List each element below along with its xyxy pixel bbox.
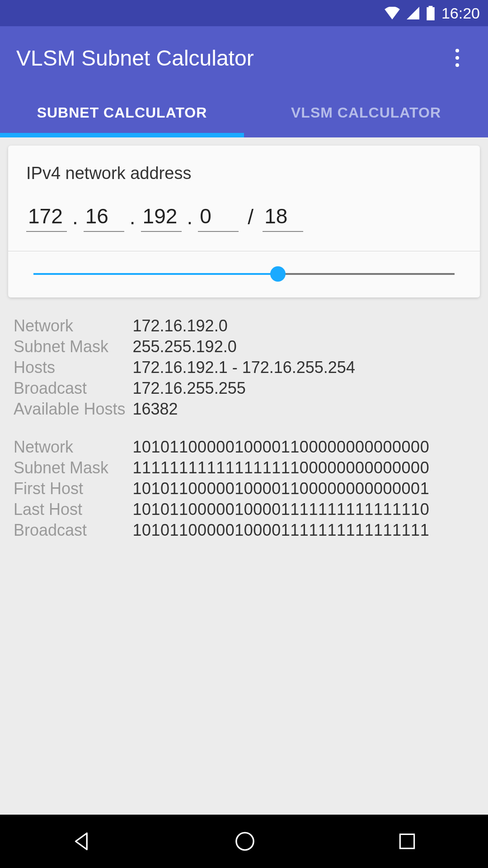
octet-1-input[interactable]: 172 <box>26 203 67 232</box>
overflow-menu-button[interactable] <box>451 44 472 71</box>
row-subnet-mask: Subnet Mask255.255.192.0 <box>10 336 478 357</box>
input-card: IPv4 network address 172 . 16 . 192 . 0 … <box>8 146 480 297</box>
row-hosts: Hosts172.16.192.1 - 172.16.255.254 <box>10 357 478 378</box>
label-bin-broadcast: Broadcast <box>10 520 129 541</box>
row-broadcast: Broadcast172.16.255.255 <box>10 378 478 399</box>
value-bin-subnet-mask: 11111111111111111100000000000000 <box>129 458 478 478</box>
label-network: Network <box>10 316 129 336</box>
dot-separator: . <box>187 205 193 232</box>
value-hosts: 172.16.192.1 - 172.16.255.254 <box>129 357 478 378</box>
android-nav-bar <box>0 815 488 868</box>
svg-rect-3 <box>400 834 414 848</box>
row-bin-last-host: Last Host1010110000010000111111111111111… <box>10 499 478 520</box>
slider-fill <box>33 273 278 275</box>
content-area: IPv4 network address 172 . 16 . 192 . 0 … <box>0 137 488 815</box>
label-hosts: Hosts <box>10 357 129 378</box>
label-bin-last-host: Last Host <box>10 499 129 520</box>
value-subnet-mask: 255.255.192.0 <box>129 336 478 357</box>
value-network: 172.16.192.0 <box>129 316 478 336</box>
row-network: Network172.16.192.0 <box>10 316 478 336</box>
dot-separator: . <box>130 205 136 232</box>
value-bin-network: 10101100000100001100000000000000 <box>129 437 478 458</box>
row-bin-subnet-mask: Subnet Mask11111111111111111100000000000… <box>10 458 478 478</box>
slider-thumb[interactable] <box>270 266 286 282</box>
value-bin-first-host: 10101100000100001100000000000001 <box>129 478 478 499</box>
clock-text: 16:20 <box>441 5 480 22</box>
row-bin-network: Network10101100000100001100000000000000 <box>10 437 478 458</box>
label-available-hosts: Available Hosts <box>10 399 129 420</box>
home-button[interactable] <box>233 829 257 854</box>
battery-icon <box>426 6 435 20</box>
wifi-icon <box>385 7 400 19</box>
tab-vlsm-calculator[interactable]: VLSM CALCULATOR <box>244 92 488 137</box>
value-bin-broadcast: 10101100000100001111111111111111 <box>129 520 478 541</box>
dot-separator: . <box>72 205 78 232</box>
ip-address-label: IPv4 network address <box>26 164 462 183</box>
label-bin-subnet-mask: Subnet Mask <box>10 458 129 478</box>
value-broadcast: 172.16.255.255 <box>129 378 478 399</box>
octet-4-input[interactable]: 0 <box>198 203 239 232</box>
results-panel: Network172.16.192.0 Subnet Mask255.255.1… <box>8 297 480 552</box>
recents-button[interactable] <box>396 830 418 853</box>
label-bin-first-host: First Host <box>10 478 129 499</box>
back-button[interactable] <box>70 829 94 854</box>
value-bin-last-host: 10101100000100001111111111111110 <box>129 499 478 520</box>
prefix-slider[interactable] <box>33 273 455 275</box>
label-bin-network: Network <box>10 437 129 458</box>
tab-subnet-calculator[interactable]: SUBNET CALCULATOR <box>0 92 244 137</box>
tab-bar: SUBNET CALCULATOR VLSM CALCULATOR <box>0 71 488 137</box>
label-subnet-mask: Subnet Mask <box>10 336 129 357</box>
ip-address-row: 172 . 16 . 192 . 0 / 18 <box>26 203 462 232</box>
row-bin-broadcast: Broadcast1010110000010000111111111111111… <box>10 520 478 541</box>
row-available-hosts: Available Hosts16382 <box>10 399 478 420</box>
row-bin-first-host: First Host101011000001000011000000000000… <box>10 478 478 499</box>
slash-separator: / <box>244 205 257 232</box>
app-bar: VLSM Subnet Calculator <box>0 26 488 71</box>
value-available-hosts: 16382 <box>129 399 478 420</box>
svg-rect-0 <box>427 7 434 20</box>
android-status-bar: 16:20 <box>0 0 488 26</box>
cell-signal-icon <box>406 7 420 19</box>
label-broadcast: Broadcast <box>10 378 129 399</box>
prefix-input[interactable]: 18 <box>263 203 303 232</box>
svg-rect-1 <box>429 6 433 8</box>
app-title: VLSM Subnet Calculator <box>16 46 254 71</box>
svg-point-2 <box>236 833 253 850</box>
octet-3-input[interactable]: 192 <box>141 203 182 232</box>
octet-2-input[interactable]: 16 <box>84 203 124 232</box>
